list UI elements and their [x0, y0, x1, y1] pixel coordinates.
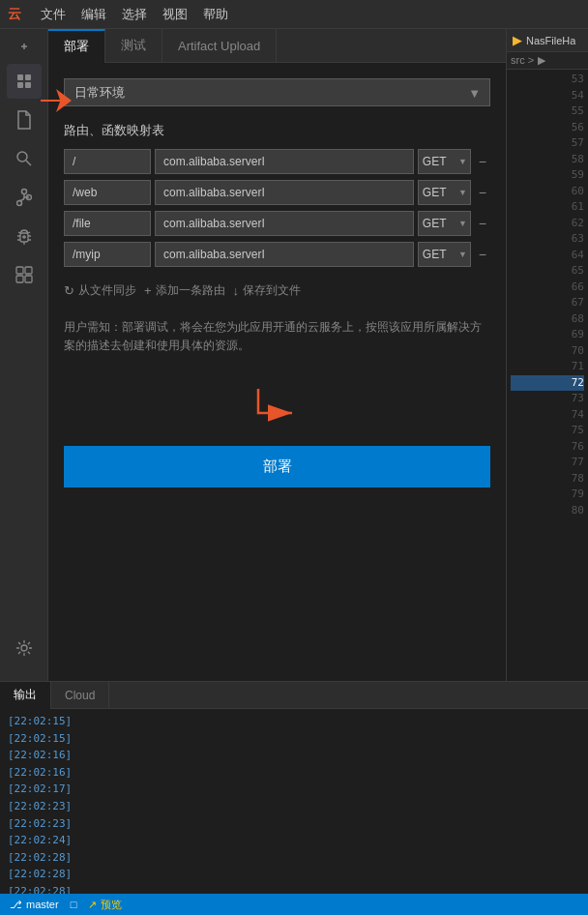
svg-rect-11 — [16, 276, 23, 282]
sidebar-git-icon[interactable] — [7, 180, 42, 215]
line-number-69: 69 — [511, 327, 584, 343]
route-method-select-3[interactable]: GETPOSTPUTDELETE — [418, 211, 471, 236]
line-number-74: 74 — [511, 407, 584, 424]
output-tab-output[interactable]: 输出 — [0, 682, 51, 709]
from-file-label: 从文件同步 — [78, 282, 136, 299]
status-bar: ⎇ master □ ↗ 预览 — [0, 894, 588, 915]
route-method-wrapper-4: GETPOSTPUTDELETE ▼ — [418, 242, 471, 267]
line-number-70: 70 — [511, 343, 584, 360]
tab-test[interactable]: 测试 — [105, 29, 162, 63]
output-line: [22:02:17] — [8, 781, 580, 798]
sidebar-settings-icon[interactable] — [7, 631, 42, 665]
table-row: GETPOSTPUTDELETE ▼ − — [64, 180, 490, 205]
right-panel-filename: NasFileHa — [526, 35, 575, 46]
route-path-input-2[interactable] — [64, 180, 151, 205]
breadcrumb-arrow: ▶ — [538, 54, 545, 67]
route-method-select-2[interactable]: GETPOSTPUTDELETE — [418, 180, 471, 205]
line-number-65: 65 — [511, 263, 584, 280]
save-to-file-label: 保存到文件 — [243, 282, 301, 299]
menu-edit[interactable]: 编辑 — [81, 6, 106, 23]
tab-artifact[interactable]: Artifact Upload — [162, 29, 277, 63]
output-tabs: 输出 Cloud — [0, 682, 588, 709]
output-line: [22:02:15] — [8, 713, 580, 730]
line-number-79: 79 — [511, 487, 584, 503]
line-number-53: 53 — [511, 72, 584, 88]
tab-deploy[interactable]: 部署 — [48, 29, 105, 63]
line-number-60: 60 — [511, 184, 584, 200]
sidebar-search-icon[interactable] — [7, 141, 42, 176]
svg-rect-10 — [25, 267, 32, 274]
output-panel: 输出 Cloud [22:02:15][22:02:15][22:02:16][… — [0, 681, 588, 894]
save-icon: ↓ — [233, 283, 240, 298]
svg-point-5 — [21, 190, 26, 194]
output-line: [22:02:15] — [8, 730, 580, 748]
output-tab-cloud[interactable]: Cloud — [51, 682, 109, 709]
file-status-icon: □ — [71, 899, 77, 910]
line-number-68: 68 — [511, 311, 584, 328]
save-to-file-button[interactable]: ↓ 保存到文件 — [233, 279, 302, 303]
line-number-75: 75 — [511, 423, 584, 439]
route-method-wrapper-3: GETPOSTPUTDELETE ▼ — [418, 211, 471, 236]
line-number-67: 67 — [511, 295, 584, 311]
route-path-input-4[interactable] — [64, 242, 151, 267]
sidebar-deploy-icon[interactable] — [7, 64, 42, 99]
sidebar-file-icon[interactable] — [7, 103, 42, 137]
file-type-icon: ▶ — [513, 33, 522, 47]
add-route-button[interactable]: + 添加一条路由 — [144, 279, 225, 303]
svg-rect-9 — [16, 267, 23, 274]
line-number-56: 56 — [511, 120, 584, 136]
route-path-input-3[interactable] — [64, 211, 151, 236]
sidebar-collapse-button[interactable] — [7, 37, 42, 56]
route-delete-icon-3[interactable]: − — [475, 216, 490, 231]
line-number-58: 58 — [511, 152, 584, 168]
line-number-57: 57 — [511, 135, 584, 152]
route-class-input-3[interactable] — [155, 211, 414, 236]
env-selector[interactable]: 日常环境 生产环境 预发环境 ▼ — [64, 78, 490, 106]
add-route-icon: + — [144, 283, 152, 298]
output-line: [22:02:23] — [8, 798, 580, 815]
route-delete-icon-4[interactable]: − — [475, 247, 490, 262]
line-number-55: 55 — [511, 103, 584, 120]
preview-status[interactable]: ↗ 预览 — [88, 898, 122, 912]
menu-help[interactable]: 帮助 — [203, 6, 228, 23]
route-path-input-1[interactable] — [64, 149, 151, 174]
menu-select[interactable]: 选择 — [122, 6, 147, 23]
routes-section-title: 路由、函数映射表 — [64, 122, 490, 139]
menu-view[interactable]: 视图 — [162, 6, 188, 23]
output-line: [22:02:23] — [8, 815, 580, 833]
sync-icon: ↻ — [64, 283, 74, 298]
route-class-input-2[interactable] — [155, 180, 414, 205]
route-method-select-4[interactable]: GETPOSTPUTDELETE — [418, 242, 471, 267]
line-number-66: 66 — [511, 280, 584, 296]
git-branch-status[interactable]: ⎇ master — [10, 899, 59, 911]
menubar: 云 文件 编辑 选择 视图 帮助 — [0, 0, 588, 29]
route-class-input-1[interactable] — [155, 149, 414, 174]
preview-label: 预览 — [101, 898, 122, 912]
svg-rect-3 — [25, 82, 31, 88]
output-line: [22:02:28] — [8, 849, 580, 867]
from-file-sync-button[interactable]: ↻ 从文件同步 — [64, 279, 136, 303]
svg-point-6 — [16, 201, 21, 206]
sidebar-debug-icon[interactable] — [7, 219, 42, 253]
file-status-indicator[interactable]: □ — [71, 899, 77, 910]
center-panel: 部署 测试 Artifact Upload 日常环境 生产环境 预发环境 ▼ 路… — [48, 29, 506, 681]
line-number-78: 78 — [511, 471, 584, 487]
deploy-button[interactable]: 部署 — [64, 446, 490, 487]
breadcrumb-src: src > — [511, 54, 534, 67]
output-content: [22:02:15][22:02:15][22:02:16][22:02:16]… — [0, 709, 588, 894]
route-method-wrapper-1: GETPOSTPUTDELETE ▼ — [418, 149, 471, 174]
route-delete-icon-2[interactable]: − — [475, 185, 490, 200]
route-actions: ↻ 从文件同步 + 添加一条路由 ↓ 保存到文件 — [64, 279, 490, 303]
route-class-input-4[interactable] — [155, 242, 414, 267]
route-delete-icon-1[interactable]: − — [475, 154, 490, 169]
svg-rect-2 — [17, 82, 23, 88]
route-method-select-1[interactable]: GETPOSTPUTDELETE — [418, 149, 471, 174]
env-select-input[interactable]: 日常环境 生产环境 预发环境 — [64, 78, 490, 106]
line-number-80: 80 — [511, 503, 584, 519]
app-logo: 云 — [8, 6, 21, 23]
svg-point-13 — [21, 645, 27, 651]
sidebar-extensions-icon[interactable] — [7, 257, 42, 292]
menu-file[interactable]: 文件 — [41, 6, 66, 23]
line-number-59: 59 — [511, 167, 584, 184]
line-number-62: 62 — [511, 216, 584, 232]
